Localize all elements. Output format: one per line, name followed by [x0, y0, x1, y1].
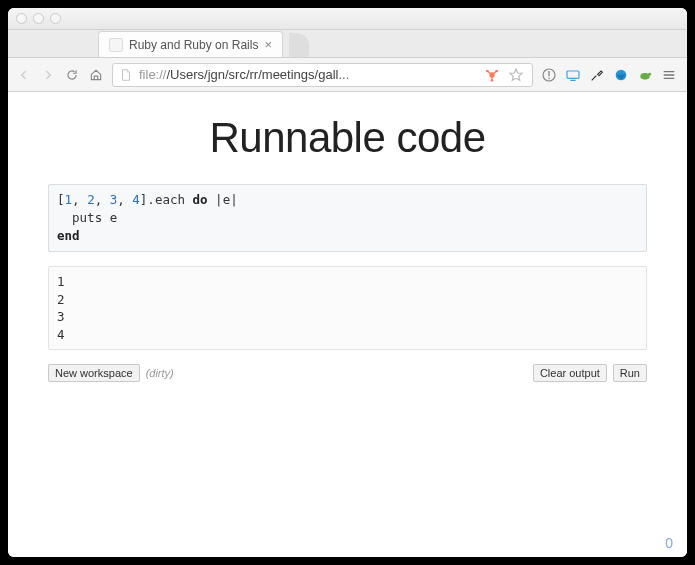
back-button[interactable]: [16, 67, 32, 83]
page-title: Runnable code: [48, 114, 647, 162]
extension-eyedropper-icon[interactable]: [589, 67, 605, 83]
slide: Runnable code [1, 2, 3, 4].each do |e| p…: [8, 92, 687, 404]
url-text: file:///Users/jgn/src/rr/meetings/gall..…: [139, 67, 478, 82]
home-button[interactable]: [88, 67, 104, 83]
reload-button[interactable]: [64, 67, 80, 83]
favicon-icon: [109, 38, 123, 52]
menu-icon[interactable]: [661, 67, 677, 83]
traffic-zoom-icon[interactable]: [50, 13, 61, 24]
tab-title: Ruby and Ruby on Rails: [129, 38, 258, 52]
extension-globe-icon[interactable]: [613, 67, 629, 83]
titlebar: [8, 8, 687, 30]
extension-info-icon[interactable]: [541, 67, 557, 83]
extension-device-icon[interactable]: [565, 67, 581, 83]
home-icon: [89, 68, 103, 82]
reload-icon: [65, 68, 79, 82]
forward-icon: [41, 68, 55, 82]
extension-turtle-icon[interactable]: [637, 67, 653, 83]
new-tab-button[interactable]: [289, 33, 309, 57]
traffic-close-icon[interactable]: [16, 13, 27, 24]
code-block[interactable]: [1, 2, 3, 4].each do |e| puts e end: [48, 184, 647, 252]
extension-hubspot-icon[interactable]: [484, 67, 500, 83]
url-ellipsis: ...: [338, 67, 349, 82]
forward-button[interactable]: [40, 67, 56, 83]
url-scheme: file://: [139, 67, 166, 82]
new-workspace-button[interactable]: New workspace: [48, 364, 140, 382]
run-button[interactable]: Run: [613, 364, 647, 382]
clear-output-button[interactable]: Clear output: [533, 364, 607, 382]
tab-bar: Ruby and Ruby on Rails ×: [8, 30, 687, 58]
back-icon: [17, 68, 31, 82]
workspace-status: (dirty): [146, 367, 174, 379]
toolbar: file:///Users/jgn/src/rr/meetings/gall..…: [8, 58, 687, 92]
svg-rect-7: [567, 71, 579, 78]
tab-active[interactable]: Ruby and Ruby on Rails ×: [98, 31, 283, 57]
tab-close-icon[interactable]: ×: [264, 37, 272, 52]
svg-point-6: [548, 77, 550, 79]
output-block: 1 2 3 4: [48, 266, 647, 350]
address-bar[interactable]: file:///Users/jgn/src/rr/meetings/gall..…: [112, 63, 533, 87]
address-actions: [484, 67, 526, 83]
controls: New workspace (dirty) Clear output Run: [48, 364, 647, 382]
page-number: 0: [665, 535, 673, 551]
file-icon: [119, 68, 133, 82]
url-path: /Users/jgn/src/rr/meetings/gall: [166, 67, 338, 82]
page-content: Runnable code [1, 2, 3, 4].each do |e| p…: [8, 92, 687, 557]
traffic-minimize-icon[interactable]: [33, 13, 44, 24]
browser-window: Ruby and Ruby on Rails × file:///Users/j…: [8, 8, 687, 557]
bookmark-star-icon[interactable]: [508, 67, 524, 83]
extension-bar: [541, 67, 679, 83]
svg-point-11: [648, 72, 651, 75]
